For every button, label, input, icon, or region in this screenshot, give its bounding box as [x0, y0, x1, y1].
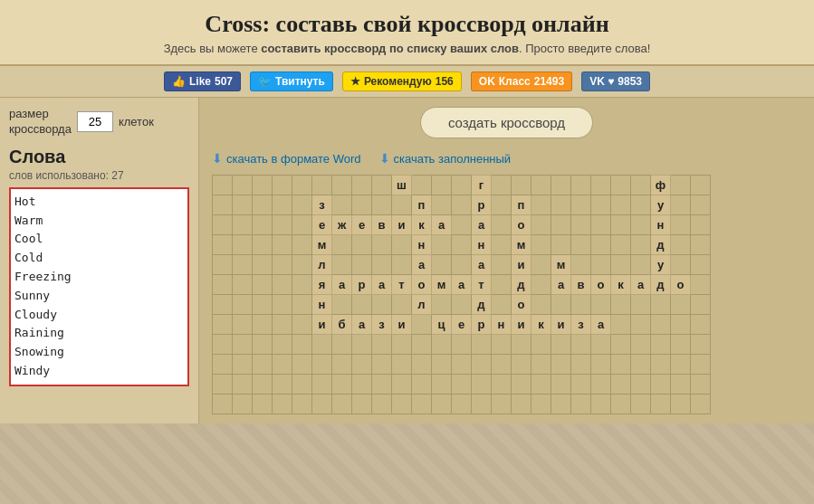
crossword-cell-empty	[253, 255, 273, 275]
crossword-cell-empty	[233, 355, 253, 375]
left-panel: размер кроссворда клеток Слова слов испо…	[0, 98, 199, 423]
crossword-cell-empty	[571, 375, 591, 395]
size-input[interactable]	[77, 111, 113, 132]
crossword-cell-empty	[611, 195, 631, 215]
facebook-label: Like	[189, 75, 211, 88]
crossword-cell-empty	[492, 195, 512, 215]
crossword-cell-empty	[591, 235, 611, 255]
crossword-cell-empty	[691, 235, 711, 255]
crossword-cell-empty	[392, 195, 412, 215]
crossword-cell-empty	[671, 235, 691, 255]
crossword-cell-empty	[472, 335, 492, 355]
crossword-cell-empty	[432, 255, 452, 275]
crossword-cell-empty	[691, 335, 711, 355]
crossword-cell-empty	[512, 335, 531, 355]
crossword-cell-empty	[213, 315, 233, 335]
crossword-cell-empty	[253, 195, 273, 215]
crossword-grid: шгфзпрпуежевикааонмннмдлааимуяаратоматда…	[212, 175, 711, 414]
crossword-cell-empty	[691, 315, 711, 335]
crossword-cell-empty	[372, 375, 392, 395]
crossword-cell-empty	[332, 355, 352, 375]
crossword-cell-empty	[432, 375, 452, 395]
crossword-cell-filled: м	[551, 255, 571, 275]
create-crossword-button[interactable]: создать кроссворд	[420, 107, 593, 138]
crossword-cell-empty	[253, 355, 273, 375]
twitter-button[interactable]: 🐦 Твитнуть	[250, 71, 333, 91]
create-button-row: создать кроссворд	[212, 107, 801, 138]
crossword-cell-filled: м	[432, 275, 452, 295]
crossword-cell-empty	[631, 355, 651, 375]
crossword-cell-empty	[432, 335, 452, 355]
crossword-cell-empty	[292, 275, 312, 295]
crossword-cell-empty	[213, 215, 233, 235]
crossword-cell-empty	[691, 355, 711, 375]
crossword-cell-empty	[691, 395, 711, 414]
social-bar: 👍 Like 507 🐦 Твитнуть ★ Рекомендую 156 O…	[0, 66, 814, 98]
crossword-cell-empty	[292, 195, 312, 215]
facebook-button[interactable]: 👍 Like 507	[164, 71, 241, 91]
crossword-cell-empty	[292, 235, 312, 255]
words-input[interactable]	[9, 187, 189, 386]
download-row: ⬇ скачать в формате Word ⬇ скачать запол…	[212, 151, 801, 166]
crossword-cell-empty	[472, 395, 492, 414]
crossword-cell-empty	[253, 176, 273, 195]
crossword-cell-empty	[631, 395, 651, 414]
crossword-cell-empty	[691, 375, 711, 395]
crossword-cell-empty	[611, 355, 631, 375]
crossword-cell-empty	[512, 176, 531, 195]
crossword-cell-empty	[591, 375, 611, 395]
crossword-cell-empty	[571, 335, 591, 355]
recommend-button[interactable]: ★ Рекомендую 156	[342, 71, 462, 91]
crossword-cell-empty	[671, 295, 691, 315]
crossword-cell-empty	[651, 315, 671, 335]
download-word-link[interactable]: ⬇ скачать в формате Word	[212, 151, 361, 166]
crossword-cell-empty	[372, 295, 392, 315]
crossword-cell-empty	[531, 375, 551, 395]
crossword-cell-empty	[551, 375, 571, 395]
crossword-cell-empty	[233, 395, 253, 414]
recommend-label: Рекомендую	[364, 75, 432, 88]
crossword-cell-empty	[631, 176, 651, 195]
crossword-cell-empty	[273, 355, 292, 375]
crossword-cell-empty	[651, 375, 671, 395]
crossword-cell-empty	[233, 295, 253, 315]
crossword-cell-empty	[452, 355, 472, 375]
crossword-cell-empty	[312, 375, 332, 395]
crossword-cell-filled: е	[352, 215, 372, 235]
crossword-cell-filled: б	[332, 315, 352, 335]
crossword-cell-filled: а	[591, 315, 611, 335]
main-area: размер кроссворда клеток Слова слов испо…	[0, 98, 814, 423]
ok-button[interactable]: OK Класс 21493	[471, 71, 572, 91]
crossword-cell-empty	[253, 215, 273, 235]
crossword-cell-empty	[332, 176, 352, 195]
crossword-cell-empty	[352, 335, 372, 355]
crossword-cell-empty	[273, 395, 292, 414]
crossword-cell-empty	[253, 235, 273, 255]
download-filled-link[interactable]: ⬇ скачать заполненный	[379, 151, 512, 166]
crossword-cell-empty	[392, 235, 412, 255]
download-word-label: скачать в формате Word	[226, 152, 361, 166]
crossword-cell-empty	[611, 295, 631, 315]
vk-button[interactable]: VK ♥ 9853	[581, 71, 650, 91]
recommend-count: 156	[436, 75, 454, 88]
crossword-cell-filled: т	[392, 275, 412, 295]
crossword-cell-empty	[452, 335, 472, 355]
subtitle-plain: Здесь вы можете	[164, 42, 262, 55]
crossword-cell-empty	[611, 395, 631, 414]
crossword-cell-filled: и	[392, 215, 412, 235]
crossword-cell-empty	[571, 395, 591, 414]
crossword-cell-empty	[452, 195, 472, 215]
crossword-cell-filled: ф	[651, 176, 671, 195]
crossword-cell-empty	[492, 355, 512, 375]
crossword-cell-empty	[671, 375, 691, 395]
crossword-cell-empty	[611, 235, 631, 255]
words-title: Слова	[9, 147, 189, 167]
crossword-cell-filled: у	[651, 255, 671, 275]
crossword-cell-empty	[531, 395, 551, 414]
crossword-cell-empty	[531, 335, 551, 355]
ok-count: 21493	[534, 75, 564, 88]
crossword-cell-empty	[372, 355, 392, 375]
crossword-cell-empty	[591, 355, 611, 375]
recommend-icon: ★	[350, 75, 360, 88]
crossword-cell-empty	[372, 335, 392, 355]
